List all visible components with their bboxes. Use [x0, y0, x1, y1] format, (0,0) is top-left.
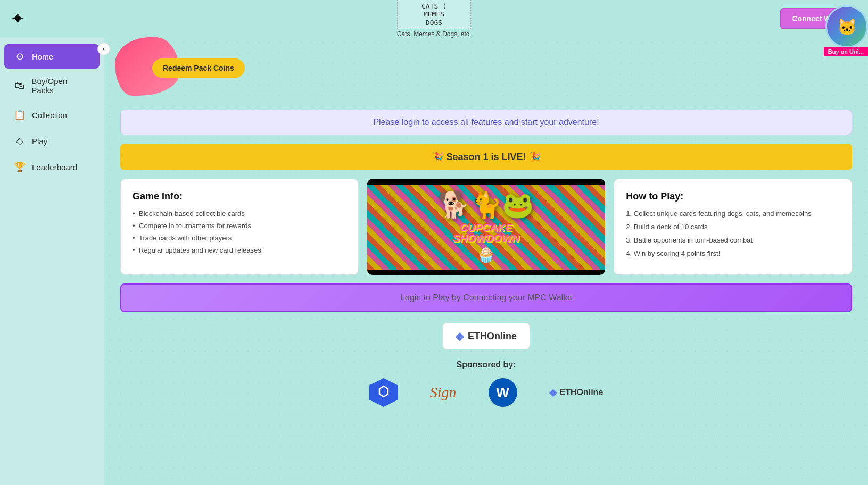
sidebar-item-collection[interactable]: 📋 Collection — [4, 103, 100, 127]
sidebar-item-label-play: Play — [32, 137, 47, 146]
svg-marker-0 — [379, 386, 388, 397]
avatar: 🐱 — [825, 5, 868, 48]
sponsor-chainlink — [369, 378, 398, 407]
redeem-pack-coins-button[interactable]: Redeem Pack Coins — [152, 58, 245, 78]
sidebar-item-label-buy: Buy/Open Packs — [32, 77, 90, 95]
game-info-list: Blockchain-based collectible cards Compe… — [133, 210, 346, 254]
sponsor-walletconnect: W — [489, 378, 517, 407]
eth-sponsor-diamond-icon: ◆ — [549, 387, 557, 398]
leaderboard-icon: 🏆 — [14, 161, 26, 173]
list-item: Compete in tournaments for rewards — [133, 222, 346, 230]
eth-diamond-icon: ◆ — [456, 330, 464, 342]
game-image-card: 🐕🐈🐸 CUPCAKE SHOWDOWN 🧁 — [367, 179, 606, 275]
login-play-button[interactable]: Login to Play by Connecting your MPC Wal… — [120, 283, 852, 312]
ethonline-badge: ◆ ETHOnline — [442, 323, 530, 349]
sidebar-item-play[interactable]: ◇ Play — [4, 129, 100, 153]
collection-icon: 📋 — [14, 109, 26, 121]
hero-section: Redeem Pack Coins — [120, 48, 852, 101]
star-icon: ✦ — [11, 9, 25, 29]
main-layout: ‹ ⊙ Home 🛍 Buy/Open Packs 📋 Collection ◇… — [0, 37, 868, 485]
ethonline-section: ◆ ETHOnline — [120, 323, 852, 349]
sponsor-ethonline: ◆ ETHOnline — [549, 387, 604, 398]
ethonline-label: ETHOnline — [468, 331, 517, 342]
game-image-placeholder: 🐕🐈🐸 CUPCAKE SHOWDOWN 🧁 — [367, 185, 606, 270]
sidebar-item-buy-open-packs[interactable]: 🛍 Buy/Open Packs — [4, 70, 100, 101]
topbar: ✦ CATS ( MEMES DOGS Cats, Memes & Dogs, … — [0, 0, 868, 37]
play-icon: ◇ — [14, 135, 26, 147]
game-info-card: Game Info: Blockchain-based collectible … — [120, 179, 359, 275]
pixel-logo-text: CATS ( MEMES DOGS — [397, 0, 471, 29]
sign-logo-text: Sign — [430, 384, 457, 401]
sponsored-section: Sponsored by: Sign W — [120, 360, 852, 407]
avatar-image: 🐱 — [827, 7, 866, 46]
list-item: Trade cards with other players — [133, 234, 346, 242]
center-logo: CATS ( MEMES DOGS Cats, Memes & Dogs, et… — [397, 0, 471, 38]
how-to-play-title: How to Play: — [626, 191, 840, 202]
login-banner: Please login to access all features and … — [120, 110, 852, 135]
game-info-title: Game Info: — [133, 191, 346, 202]
sidebar-item-label-leaderboard: Leaderboard — [32, 163, 77, 172]
ethonline-sponsor-text: ETHOnline — [560, 388, 604, 397]
logo-subtitle: Cats, Memes & Dogs, etc. — [397, 30, 471, 38]
main-content: Redeem Pack Coins Please login to access… — [104, 37, 868, 485]
how-to-play-list: 1. Collect unique cards featuring dogs, … — [626, 210, 840, 257]
sponsor-sign: Sign — [430, 384, 457, 401]
home-icon: ⊙ — [14, 51, 26, 62]
list-item: 3. Battle opponents in turn-based combat — [626, 236, 840, 244]
season-banner: 🎉 Season 1 is LIVE! 🎉 — [120, 144, 852, 170]
sidebar-item-home[interactable]: ⊙ Home — [4, 44, 100, 69]
buy-uniswap-badge[interactable]: Buy on Uni... — [824, 47, 868, 56]
how-to-play-card: How to Play: 1. Collect unique cards fea… — [614, 179, 852, 275]
sidebar-item-leaderboard[interactable]: 🏆 Leaderboard — [4, 155, 100, 179]
walletconnect-circle-icon: W — [489, 378, 517, 407]
chainlink-hexagon-icon — [369, 378, 398, 407]
sponsored-title: Sponsored by: — [120, 360, 852, 370]
list-item: 2. Build a deck of 10 cards — [626, 223, 840, 231]
sidebar-item-label-collection: Collection — [32, 111, 67, 120]
list-item: Regular updates and new card releases — [133, 246, 346, 254]
ethonline-sponsor-label: ◆ ETHOnline — [549, 387, 604, 398]
list-item: 4. Win by scoring 4 points first! — [626, 249, 840, 257]
list-item: 1. Collect unique cards featuring dogs, … — [626, 210, 840, 218]
sidebar-item-label-home: Home — [32, 52, 53, 61]
list-item: Blockchain-based collectible cards — [133, 210, 346, 218]
sponsors-grid: Sign W ◆ ETHOnline — [120, 378, 852, 407]
buy-packs-icon: 🛍 — [14, 80, 26, 91]
topbar-logo: ✦ — [11, 9, 25, 29]
sidebar: ‹ ⊙ Home 🛍 Buy/Open Packs 📋 Collection ◇… — [0, 37, 104, 485]
sidebar-toggle[interactable]: ‹ — [97, 43, 110, 55]
cards-grid: Game Info: Blockchain-based collectible … — [120, 179, 852, 275]
